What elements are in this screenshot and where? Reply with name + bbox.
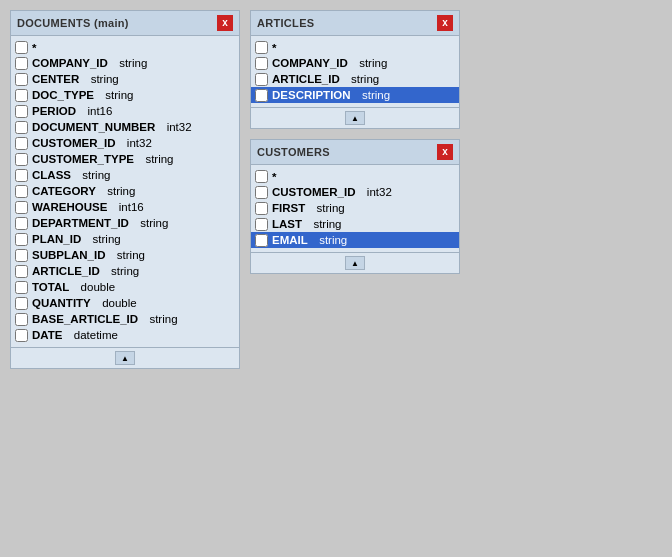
field-checkbox[interactable] — [255, 186, 268, 199]
articles-panel-footer: ▲ — [251, 107, 459, 128]
customers-star-row: * — [251, 169, 459, 184]
field-checkbox[interactable] — [15, 249, 28, 262]
articles-panel: ARTICLES x * COMPANY_ID string ARTICLE_I… — [250, 10, 460, 129]
articles-scroll-up-button[interactable]: ▲ — [345, 111, 365, 125]
table-row[interactable]: PLAN_ID string — [11, 231, 239, 247]
documents-panel-title: DOCUMENTS (main) — [17, 17, 129, 29]
table-row[interactable]: PERIOD int16 — [11, 103, 239, 119]
articles-star-field: * — [272, 42, 276, 54]
table-row[interactable]: QUANTITY double — [11, 295, 239, 311]
table-row[interactable]: EMAIL string — [251, 232, 459, 248]
documents-close-button[interactable]: x — [217, 15, 233, 31]
documents-star-row: * — [11, 40, 239, 55]
documents-scroll-up-button[interactable]: ▲ — [115, 351, 135, 365]
field-checkbox[interactable] — [255, 57, 268, 70]
field-checkbox[interactable] — [15, 57, 28, 70]
customers-close-button[interactable]: x — [437, 144, 453, 160]
customers-star-field: * — [272, 171, 276, 183]
customers-panel-footer: ▲ — [251, 252, 459, 273]
field-checkbox[interactable] — [15, 329, 28, 342]
field-checkbox[interactable] — [255, 202, 268, 215]
table-row[interactable]: ARTICLE_ID string — [11, 263, 239, 279]
table-row[interactable]: DESCRIPTION string — [251, 87, 459, 103]
panels-container: DOCUMENTS (main) x * COMPANY_ID string C… — [10, 10, 662, 369]
field-checkbox[interactable] — [15, 265, 28, 278]
table-row[interactable]: COMPANY_ID string — [251, 55, 459, 71]
documents-star-checkbox[interactable] — [15, 41, 28, 54]
field-checkbox[interactable] — [255, 73, 268, 86]
field-checkbox[interactable] — [15, 281, 28, 294]
table-row[interactable]: COMPANY_ID string — [11, 55, 239, 71]
documents-panel: DOCUMENTS (main) x * COMPANY_ID string C… — [10, 10, 240, 369]
documents-panel-footer: ▲ — [11, 347, 239, 368]
field-checkbox[interactable] — [15, 153, 28, 166]
field-checkbox[interactable] — [15, 169, 28, 182]
field-checkbox[interactable] — [15, 89, 28, 102]
field-checkbox[interactable] — [15, 297, 28, 310]
documents-panel-body: * COMPANY_ID string CENTER string DOC_TY… — [11, 36, 239, 347]
table-row[interactable]: BASE_ARTICLE_ID string — [11, 311, 239, 327]
articles-close-button[interactable]: x — [437, 15, 453, 31]
table-row[interactable]: LAST string — [251, 216, 459, 232]
articles-panel-header: ARTICLES x — [251, 11, 459, 36]
table-row[interactable]: TOTAL double — [11, 279, 239, 295]
table-row[interactable]: CATEGORY string — [11, 183, 239, 199]
articles-star-row: * — [251, 40, 459, 55]
table-row[interactable]: DOCUMENT_NUMBER int32 — [11, 119, 239, 135]
field-checkbox[interactable] — [15, 217, 28, 230]
customers-panel: CUSTOMERS x * CUSTOMER_ID int32 FIRST st… — [250, 139, 460, 274]
right-panels: ARTICLES x * COMPANY_ID string ARTICLE_I… — [250, 10, 460, 274]
field-checkbox[interactable] — [15, 185, 28, 198]
field-checkbox[interactable] — [255, 89, 268, 102]
field-checkbox[interactable] — [15, 137, 28, 150]
table-row[interactable]: CENTER string — [11, 71, 239, 87]
articles-star-checkbox[interactable] — [255, 41, 268, 54]
documents-panel-header: DOCUMENTS (main) x — [11, 11, 239, 36]
field-checkbox[interactable] — [15, 313, 28, 326]
table-row[interactable]: DEPARTMENT_ID string — [11, 215, 239, 231]
customers-panel-body: * CUSTOMER_ID int32 FIRST string LAST st… — [251, 165, 459, 252]
field-checkbox[interactable] — [255, 218, 268, 231]
table-row[interactable]: CLASS string — [11, 167, 239, 183]
table-row[interactable]: FIRST string — [251, 200, 459, 216]
table-row[interactable]: ARTICLE_ID string — [251, 71, 459, 87]
table-row[interactable]: DOC_TYPE string — [11, 87, 239, 103]
table-row[interactable]: CUSTOMER_ID int32 — [11, 135, 239, 151]
documents-star-field: * — [32, 42, 36, 54]
articles-panel-body: * COMPANY_ID string ARTICLE_ID string DE… — [251, 36, 459, 107]
table-row[interactable]: SUBPLAN_ID string — [11, 247, 239, 263]
field-checkbox[interactable] — [255, 234, 268, 247]
table-row[interactable]: DATE datetime — [11, 327, 239, 343]
field-checkbox[interactable] — [15, 73, 28, 86]
field-checkbox[interactable] — [15, 105, 28, 118]
table-row[interactable]: CUSTOMER_TYPE string — [11, 151, 239, 167]
customers-star-checkbox[interactable] — [255, 170, 268, 183]
articles-panel-title: ARTICLES — [257, 17, 314, 29]
customers-scroll-up-button[interactable]: ▲ — [345, 256, 365, 270]
field-checkbox[interactable] — [15, 233, 28, 246]
table-row[interactable]: CUSTOMER_ID int32 — [251, 184, 459, 200]
field-checkbox[interactable] — [15, 201, 28, 214]
field-checkbox[interactable] — [15, 121, 28, 134]
table-row[interactable]: WAREHOUSE int16 — [11, 199, 239, 215]
customers-panel-header: CUSTOMERS x — [251, 140, 459, 165]
customers-panel-title: CUSTOMERS — [257, 146, 330, 158]
